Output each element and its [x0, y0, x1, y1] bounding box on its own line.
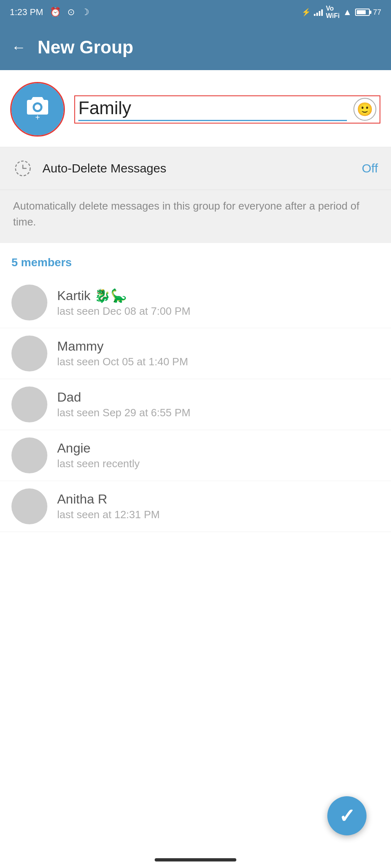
member-item[interactable]: Kartik 🐉🦕 last seen Dec 08 at 7:00 PM: [0, 277, 391, 328]
back-button[interactable]: ←: [11, 39, 26, 56]
camera-plus-icon: +: [35, 113, 40, 122]
status-bar-left: 1:23 PM ⏰ ⊙ ☽: [10, 7, 89, 18]
emoji-button[interactable]: 🙂: [353, 98, 376, 121]
battery-percent: 77: [373, 8, 381, 17]
bluetooth-icon: ⚡: [302, 8, 311, 17]
member-last-seen: last seen Dec 08 at 7:00 PM: [57, 305, 380, 318]
member-avatar: [11, 285, 47, 320]
group-name-section: + 🙂: [0, 70, 391, 147]
member-item[interactable]: Angie last seen recently: [0, 430, 391, 481]
status-bar-right: ⚡ VoWiFi ▲ 77: [302, 5, 381, 20]
member-name: Mammy: [57, 339, 380, 354]
group-name-input-container: [78, 98, 347, 121]
member-last-seen: last seen Sep 29 at 6:55 PM: [57, 406, 380, 419]
battery-icon: [355, 9, 370, 16]
app-header: ← New Group: [0, 24, 391, 70]
members-section: 5 members Kartik 🐉🦕 last seen Dec 08 at …: [0, 243, 391, 532]
page-title: New Group: [38, 37, 133, 57]
member-last-seen: last seen recently: [57, 457, 380, 470]
member-name: Kartik 🐉🦕: [57, 288, 380, 303]
member-last-seen: last seen at 12:31 PM: [57, 508, 380, 521]
signal-bars: [314, 9, 323, 16]
camera-icon: [27, 97, 48, 115]
vo-wifi-label: VoWiFi: [326, 5, 340, 20]
member-info: Kartik 🐉🦕 last seen Dec 08 at 7:00 PM: [57, 288, 380, 318]
camera-avatar-button[interactable]: +: [11, 83, 64, 135]
member-info: Mammy last seen Oct 05 at 1:40 PM: [57, 339, 380, 368]
group-name-input[interactable]: [78, 98, 347, 118]
status-time: 1:23 PM: [10, 7, 43, 18]
auto-delete-description: Automatically delete messages in this gr…: [0, 190, 391, 243]
member-last-seen: last seen Oct 05 at 1:40 PM: [57, 356, 380, 368]
member-avatar: [11, 488, 47, 524]
camera-avatar-wrapper: +: [11, 83, 64, 135]
check-icon: ✓: [339, 804, 355, 827]
whatsapp-icon: ⊙: [67, 7, 75, 18]
members-list: Kartik 🐉🦕 last seen Dec 08 at 7:00 PM Ma…: [0, 277, 391, 532]
member-item[interactable]: Anitha R last seen at 12:31 PM: [0, 481, 391, 532]
member-avatar: [11, 336, 47, 371]
member-item[interactable]: Mammy last seen Oct 05 at 1:40 PM: [0, 328, 391, 379]
auto-delete-label: Auto-Delete Messages: [42, 161, 352, 175]
status-bar: 1:23 PM ⏰ ⊙ ☽ ⚡ VoWiFi ▲ 77: [0, 0, 391, 24]
members-count: 5 members: [0, 256, 391, 277]
svg-point-0: [35, 104, 40, 110]
wifi-icon: ▲: [343, 7, 352, 18]
group-name-input-wrapper: 🙂: [75, 96, 380, 123]
auto-delete-value: Off: [362, 161, 378, 175]
member-name: Angie: [57, 441, 380, 456]
member-avatar: [11, 437, 47, 473]
auto-delete-section: Auto-Delete Messages Off Automatically d…: [0, 147, 391, 243]
member-avatar: [11, 387, 47, 422]
member-name: Anitha R: [57, 492, 380, 507]
member-info: Angie last seen recently: [57, 441, 380, 470]
moon-icon: ☽: [81, 7, 89, 18]
member-item[interactable]: Dad last seen Sep 29 at 6:55 PM: [0, 379, 391, 430]
alarm-icon: ⏰: [50, 7, 61, 18]
auto-delete-row[interactable]: Auto-Delete Messages Off: [0, 147, 391, 190]
confirm-fab[interactable]: ✓: [327, 796, 367, 835]
input-underline: [78, 120, 347, 121]
auto-delete-icon: [13, 159, 33, 178]
emoji-icon: 🙂: [357, 102, 373, 117]
member-info: Dad last seen Sep 29 at 6:55 PM: [57, 390, 380, 419]
member-info: Anitha R last seen at 12:31 PM: [57, 492, 380, 521]
home-bar: [155, 858, 236, 861]
member-name: Dad: [57, 390, 380, 405]
